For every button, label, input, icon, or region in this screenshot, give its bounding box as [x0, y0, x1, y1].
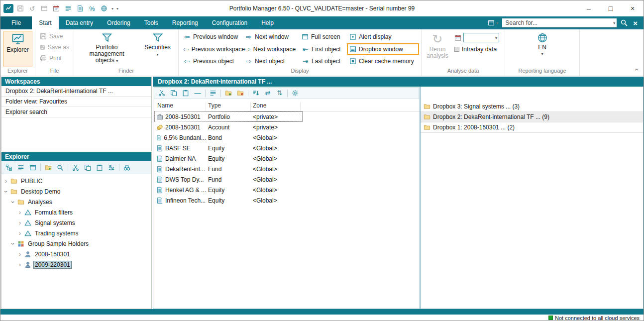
next-window-button[interactable]: ⇨Next window	[242, 31, 298, 42]
paste-button[interactable]	[95, 163, 104, 172]
table-row[interactable]: BASF SE Equity <Global>	[154, 143, 303, 153]
workspace-item-dropbox-2[interactable]: Dropbox 2: DekaRent-international TF ...	[1, 86, 151, 97]
copy-button[interactable]	[169, 89, 178, 98]
tree-item-desktop-demo[interactable]: › Desktop Demo	[1, 186, 151, 197]
new-folder-button[interactable]	[44, 163, 53, 172]
analyse-date-combo[interactable]: ▾	[463, 33, 499, 42]
qat-percent-icon[interactable]: %	[87, 3, 97, 13]
maximize-button[interactable]: □	[600, 1, 622, 16]
clear-cache-memory-button[interactable]: Clear cache memory	[347, 56, 419, 67]
qat-document-icon[interactable]	[75, 3, 85, 13]
expand-chevron-icon[interactable]: ›	[17, 219, 22, 226]
tree-item-trading-systems[interactable]: › Trading systems	[1, 228, 151, 238]
alert-display-button[interactable]: Alert display	[347, 31, 419, 42]
tree-view-button[interactable]	[4, 163, 13, 172]
tab-configuration[interactable]: Configuration	[205, 16, 254, 29]
columns-button[interactable]	[209, 89, 217, 98]
table-row[interactable]: DekaRent-int... Fund <Global>	[154, 164, 303, 174]
collapse-chevron-icon[interactable]: ›	[9, 200, 16, 205]
tree-item-2008-150301[interactable]: › 2008-150301	[1, 249, 151, 259]
qat-save-icon[interactable]	[15, 3, 25, 13]
tree-item-public[interactable]: › PUBLIC	[1, 176, 151, 186]
previous-object-button[interactable]: ⇦Previous object	[181, 56, 241, 67]
workspace-item-explorer-search[interactable]: Explorer search	[1, 107, 151, 117]
securities-button[interactable]: Securities ▾	[140, 31, 175, 67]
dropbox-window-button[interactable]: Dropbox window	[347, 43, 419, 55]
remove-button[interactable]: —	[193, 89, 202, 98]
minimize-button[interactable]: –	[578, 1, 600, 16]
column-header-type[interactable]: Type	[206, 102, 251, 111]
portfolio-management-objects-button[interactable]: Portfolio management objects ▾	[78, 31, 136, 67]
expand-chevron-icon[interactable]: ›	[17, 261, 22, 268]
expand-chevron-icon[interactable]: ›	[3, 178, 8, 185]
qat-globe-icon[interactable]	[99, 3, 109, 13]
table-row[interactable]: Henkel AG & ... Equity <Global>	[154, 185, 303, 195]
previous-workspace-button[interactable]: ⇦Previous workspace	[181, 44, 241, 55]
next-workspace-button[interactable]: ⇨Next workspace	[242, 44, 298, 55]
expand-chevron-icon[interactable]: ›	[17, 230, 22, 237]
table-row[interactable]: Daimler NA Equity <Global>	[154, 153, 303, 164]
tree-item-analyses[interactable]: › Analyses	[1, 197, 151, 207]
tree-item-formula-filters[interactable]: › Formula filters	[1, 207, 151, 217]
reporting-language-button[interactable]: EN ▾	[535, 31, 550, 67]
qat-customize-icon[interactable]: ▾	[116, 6, 119, 11]
cut-button[interactable]	[157, 89, 166, 98]
window-view-button[interactable]	[28, 163, 37, 172]
table-row[interactable]: Infineon Tech... Equity <Global>	[154, 195, 303, 206]
table-row[interactable]: 2008-150301 Account <private>	[154, 122, 303, 132]
qat-dropdown-icon[interactable]: ▾	[111, 6, 114, 11]
intraday-data-toggle[interactable]: Intraday data	[454, 46, 499, 53]
rerun-analysis-button[interactable]: ↻ Rerun analysis	[424, 31, 451, 67]
tree-item-group-sample-holders[interactable]: › Group Sample Holders	[1, 238, 151, 249]
transfer-button[interactable]: ⇄	[263, 89, 272, 98]
tab-reporting[interactable]: Reporting	[165, 16, 205, 29]
explorer-search-button[interactable]	[56, 163, 65, 172]
qat-calendar-icon[interactable]	[51, 3, 61, 13]
print-button[interactable]: Print	[37, 53, 72, 64]
table-row[interactable]: DWS Top Dy... Fund <Global>	[154, 174, 303, 185]
collapse-ribbon-button[interactable]: ›	[633, 69, 641, 71]
window-selector-icon[interactable]: ▾	[488, 19, 499, 26]
settings-button[interactable]	[291, 89, 300, 98]
collapse-chevron-icon[interactable]: ›	[9, 241, 16, 246]
tab-file[interactable]: File	[0, 16, 32, 29]
find-button[interactable]	[122, 163, 131, 172]
collapse-chevron-icon[interactable]: ›	[2, 189, 9, 194]
filter-settings-button[interactable]	[107, 163, 116, 172]
close-button[interactable]: ×	[622, 1, 644, 16]
new-folder-button[interactable]	[224, 89, 233, 98]
tab-ordering[interactable]: Ordering	[100, 16, 137, 29]
explorer-button[interactable]: Explorer	[3, 31, 32, 67]
search-dropdown-icon[interactable]: ▾	[613, 21, 615, 25]
refresh-button[interactable]: ⇅	[275, 89, 284, 98]
cut-button[interactable]	[71, 163, 80, 172]
sort-button[interactable]	[251, 89, 260, 98]
expand-chevron-icon[interactable]: ›	[17, 209, 22, 216]
workspace-item-folder-view[interactable]: Folder view: Favourites	[1, 97, 151, 107]
qat-undo-icon[interactable]: ↺	[27, 3, 37, 13]
last-object-button[interactable]: ⇥Last object	[299, 56, 346, 67]
first-object-button[interactable]: ⇤First object	[299, 44, 346, 55]
dropbox-list-item-3[interactable]: Dropbox 3: Signal systems ... (3)	[421, 102, 643, 112]
close-search-icon[interactable]: ×	[631, 19, 640, 27]
paste-button[interactable]	[181, 89, 190, 98]
column-header-name[interactable]: Name	[154, 102, 206, 111]
tab-help[interactable]: Help	[254, 16, 281, 29]
qat-window-icon[interactable]	[39, 3, 49, 13]
table-row[interactable]: 2008-150301 Portfolio <private>	[154, 111, 303, 122]
previous-window-button[interactable]: ⇦Previous window	[181, 31, 241, 42]
table-row[interactable]: 6,5% Bundanl... Bond <Global>	[154, 132, 303, 143]
save-button[interactable]: Save	[37, 31, 72, 42]
search-button[interactable]	[620, 19, 628, 27]
search-input[interactable]	[502, 18, 617, 28]
delete-folder-button[interactable]	[236, 89, 245, 98]
list-view-button[interactable]	[16, 163, 25, 172]
full-screen-button[interactable]: Full screen	[299, 31, 346, 42]
next-object-button[interactable]: ⇨Next object	[242, 56, 298, 67]
column-header-zone[interactable]: Zone	[251, 102, 301, 111]
tab-tools[interactable]: Tools	[137, 16, 165, 29]
qat-columns-icon[interactable]	[63, 3, 73, 13]
tree-item-signal-systems[interactable]: › Signal systems	[1, 217, 151, 228]
save-as-button[interactable]: Save as	[37, 42, 72, 53]
dropbox-list-item-1[interactable]: Dropbox 1: 2008-150301 ... (2)	[421, 122, 643, 133]
